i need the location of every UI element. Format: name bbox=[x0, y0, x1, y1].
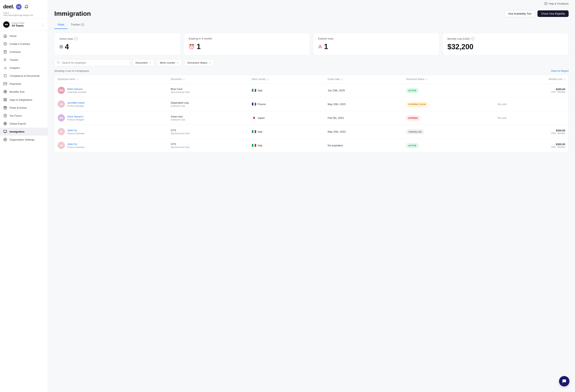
flag-icon: 🇯🇵 bbox=[252, 116, 256, 120]
team-icon bbox=[3, 21, 10, 28]
sidebar-item-benefits[interactable]: Benefits Tool bbox=[0, 88, 48, 96]
sidebar-item-apps[interactable]: Apps & Integrations bbox=[0, 96, 48, 104]
cell-employee: JA Jenniffer Ashet Product Manager bbox=[54, 97, 168, 111]
sort-icon[interactable]: ⇅ bbox=[183, 78, 185, 80]
team-selector[interactable]: Onaga Design All Teams ⋮ bbox=[0, 19, 48, 30]
employee-name[interactable]: Mark Hanson bbox=[67, 87, 86, 90]
chevron-down-icon bbox=[148, 61, 151, 64]
active-visas-info-icon[interactable]: i bbox=[74, 37, 77, 40]
view-as-report-link[interactable]: View As Report bbox=[551, 69, 569, 72]
sidebar-item-perks[interactable]: Perks & Extras bbox=[0, 104, 48, 112]
cell-document: Asian visa Employee visa bbox=[168, 111, 248, 125]
country-name: Italy bbox=[258, 144, 263, 147]
sidebar-item-label: Tax Forms bbox=[10, 114, 22, 117]
cell-work-country: 🇯🇵 Japan bbox=[249, 111, 324, 125]
cell-document: GTS Sponsored by Deel bbox=[168, 139, 248, 152]
employee-name[interactable]: Jenniffer Ashet bbox=[67, 101, 84, 104]
cell-status: ACTIVE bbox=[403, 139, 495, 152]
stat-card-monthly-cost: Monthly cost (USD) i $32,200 bbox=[442, 33, 569, 55]
main-content: Help & Feedback Immigration Visa Availab… bbox=[48, 0, 575, 392]
status-badge: ACTIVE bbox=[406, 88, 418, 93]
user-avatar-badge[interactable]: CS bbox=[16, 4, 22, 10]
cell-document: GTS Sponsored by Deel bbox=[168, 125, 248, 139]
cell-cost: $300.00USD · Monthly bbox=[495, 125, 568, 139]
cell-cost: No cost bbox=[495, 111, 568, 125]
table-section: Showing 4 out of 4 employees View As Rep… bbox=[48, 69, 575, 159]
sidebar-item-analytics[interactable]: Analytics bbox=[0, 64, 48, 72]
svg-line-32 bbox=[59, 63, 59, 64]
sidebar-item-label: Analytics bbox=[10, 66, 20, 69]
sidebar-item-tax-forms[interactable]: Tax Forms bbox=[0, 112, 48, 120]
col-monthly-cost: Monthly cost ⇅ bbox=[495, 75, 568, 84]
help-circle-icon bbox=[544, 2, 548, 5]
sort-icon[interactable]: ⇅ bbox=[564, 78, 565, 80]
notification-bell[interactable] bbox=[24, 4, 29, 10]
sidebar-item-home[interactable]: Home bbox=[0, 32, 48, 40]
sidebar-item-immigration[interactable]: Immigration bbox=[0, 128, 48, 136]
flag-icon: 🇮🇹 bbox=[252, 143, 256, 148]
employee-role: Product Designer bbox=[67, 118, 84, 121]
payroll-icon bbox=[3, 122, 7, 126]
triangle-red-icon: ⚠ bbox=[318, 44, 322, 49]
svg-rect-18 bbox=[4, 100, 5, 101]
tab-visas[interactable]: Visas bbox=[54, 21, 68, 29]
sidebar-item-label: Payments bbox=[10, 82, 21, 85]
sidebar-item-contracts[interactable]: Contracts bbox=[0, 48, 48, 56]
visa-availability-tool-button[interactable]: Visa Availability Tool bbox=[504, 10, 535, 17]
shield-icon bbox=[3, 74, 7, 78]
home-icon bbox=[3, 34, 7, 38]
table-meta: Showing 4 out of 4 employees View As Rep… bbox=[54, 69, 569, 72]
team-options-button[interactable]: ⋮ bbox=[41, 22, 45, 27]
header-actions: Visa Availability Tool Check Visa Eligib… bbox=[504, 10, 569, 17]
sidebar-item-label: Contracts bbox=[10, 50, 21, 53]
sidebar-item-label: Global Payroll bbox=[10, 122, 26, 125]
sidebar-item-compliance[interactable]: Compliance & Documents bbox=[0, 72, 48, 80]
sort-icon[interactable]: ⇅ bbox=[426, 78, 428, 80]
search-input[interactable] bbox=[54, 59, 130, 66]
sort-icon[interactable]: ⇅ bbox=[76, 78, 78, 80]
table-body: MH Mark Hanson Lead Data Scientist Blue … bbox=[54, 84, 568, 152]
infinity-icon bbox=[5, 23, 8, 26]
col-employee-name: Employee name ⇅ bbox=[54, 75, 168, 84]
help-feedback-link[interactable]: Help & Feedback bbox=[544, 2, 569, 5]
cell-work-country: 🇫🇷 France bbox=[249, 97, 324, 111]
table-row: JH Jiwie Hu Finance Assistant GTS Sponso… bbox=[54, 125, 568, 139]
chevron-down-icon bbox=[176, 61, 179, 64]
sidebar-item-org-settings[interactable]: Organization Settings bbox=[0, 136, 48, 144]
flag-icon: 🇮🇹 bbox=[252, 130, 256, 134]
sidebar-item-tracker[interactable]: Tracker bbox=[0, 56, 48, 64]
employee-name[interactable]: Dave Navarro bbox=[67, 115, 84, 118]
cell-work-country: 🇮🇹 Italy bbox=[249, 125, 324, 139]
svg-point-28 bbox=[5, 139, 6, 140]
search-box bbox=[54, 59, 130, 66]
sidebar-item-global-payroll[interactable]: Global Payroll bbox=[0, 120, 48, 128]
check-visa-eligibility-button[interactable]: Check Visa Eligibility bbox=[537, 10, 569, 17]
apps-icon bbox=[3, 98, 7, 102]
cell-status: ACTIVE bbox=[403, 84, 495, 97]
cell-employee: JH Jiwie Hu Finance Assistant bbox=[54, 125, 168, 139]
avatar: MH bbox=[58, 87, 65, 94]
logo-text: deel. bbox=[3, 4, 14, 10]
sidebar-item-label: Immigration bbox=[10, 130, 24, 133]
plus-circle-icon bbox=[3, 42, 7, 46]
table-row: JH Jiwie Hu Finance Assistant GTS Sponso… bbox=[54, 139, 568, 152]
benefits-icon bbox=[3, 90, 7, 94]
sidebar-item-label: Tracker bbox=[10, 58, 18, 61]
document-status-filter-button[interactable]: Document Status bbox=[185, 59, 215, 66]
employee-name[interactable]: Jiwie Hu bbox=[67, 143, 84, 146]
cell-employee: DN Dave Navarro Product Designer bbox=[54, 111, 168, 125]
col-expire-date: Expire date ⇅ bbox=[324, 75, 403, 84]
employee-name[interactable]: Jiwie Hu bbox=[67, 129, 84, 132]
monthly-cost-info-icon[interactable]: i bbox=[471, 37, 474, 40]
sidebar-item-payments[interactable]: Payments bbox=[0, 80, 48, 88]
work-country-filter-button[interactable]: Work country bbox=[157, 59, 182, 66]
tab-tracker[interactable]: Tracker (1) bbox=[68, 21, 87, 29]
chat-button[interactable] bbox=[559, 376, 569, 386]
sort-icon[interactable]: ⇅ bbox=[341, 78, 343, 80]
cell-expire-date: No expiration bbox=[324, 139, 403, 152]
sidebar-item-create-contract[interactable]: Create A Contract bbox=[0, 40, 48, 48]
flag-icon: 🇮🇹 bbox=[252, 88, 256, 92]
page-title: Immigration bbox=[54, 10, 91, 17]
sort-icon[interactable]: ⇅ bbox=[267, 78, 269, 80]
document-filter-button[interactable]: Document bbox=[133, 59, 154, 66]
